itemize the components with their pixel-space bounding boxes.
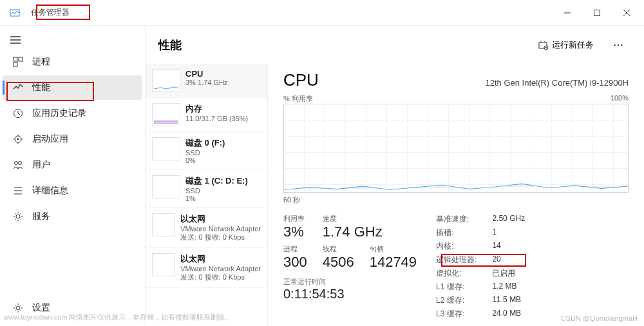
svg-point-24 [16,306,20,310]
svg-point-23 [16,215,20,218]
watermark-left: www.toymoban.com 网络图片仅供展示，非存储，如有侵权请联系删除。 [4,312,232,322]
sidebar-item-startup[interactable]: 启动应用 [3,127,142,151]
sidebar-item-performance[interactable]: 性能 [3,75,142,100]
uptime-v: 0:11:54:53 [283,287,417,302]
sidebar-item-label: 服务 [32,211,50,222]
max-pct: 100% [611,94,629,104]
base-l: 基准速度: [436,214,477,225]
perf-title: 磁盘 0 (F:) [185,137,225,149]
perf-list[interactable]: CPU 3% 1.74 GHz 内存 11.0/31.7 GB (35%) 磁盘… [146,64,268,326]
perf-thumb [152,103,180,126]
sidebar-item-label: 性能 [32,82,50,93]
content-area: 性能 运行新任务 ⋯ CPU 3% 1.74 GHz [145,26,644,326]
perf-info: 以太网 VMware Network Adapter 发送: 0 接收: 0 K… [180,253,261,282]
minimize-button[interactable] [553,3,582,23]
content-header: 性能 运行新任务 ⋯ [146,26,644,64]
svg-point-18 [15,162,18,165]
sidebar-item-processes[interactable]: 进程 [3,50,142,74]
perf-item-eth1[interactable]: 以太网 VMware Network Adapter 发送: 0 接收: 0 K… [146,248,267,288]
handle-l: 句柄 [370,244,417,254]
app-history-icon [13,108,23,119]
sidebar-item-label: 应用历史记录 [32,108,86,119]
perf-item-memory[interactable]: 内存 11.0/31.7 GB (35%) [146,98,267,132]
perf-info: 内存 11.0/31.7 GB (35%) [185,103,248,126]
perf-sub2: 发送: 0 接收: 0 Kbps [180,233,261,242]
run-task-icon [538,40,548,50]
perf-sub1: VMware Network Adapter [180,265,261,273]
x-axis-label: 60 秒 [283,195,629,205]
graph-labels: % 利用率 100% [283,94,629,104]
maximize-button[interactable] [582,3,612,23]
sockets-v: 1 [492,227,525,238]
cpu-graph [283,104,629,193]
users-icon [13,160,23,170]
titlebar: 任务管理器 [0,0,644,26]
perf-info: CPU 3% 1.74 GHz [185,69,227,92]
virt-v: 已启用 [492,268,525,279]
svg-rect-0 [10,10,19,16]
startup-icon [13,134,23,144]
big-stats: 利用率 3% 速度 1.74 GHz 进程 300 [283,214,417,271]
sidebar-item-label: 用户 [32,159,50,171]
perf-item-disk1[interactable]: 磁盘 1 (C: D: E:) SSD 1% [146,170,267,208]
details-icon [13,186,23,196]
content-body: CPU 3% 1.74 GHz 内存 11.0/31.7 GB (35%) 磁盘… [146,64,644,326]
sidebar: 进程 性能 应用历史记录 启动应用 用户 详细信息 服务 [0,26,145,326]
speed-l: 速度 [323,214,417,224]
run-task-button[interactable]: 运行新任务 [531,35,600,55]
logical-v: 20 [492,254,525,265]
services-icon [13,211,23,222]
sockets-l: 插槽: [436,227,477,238]
cpu-model: 12th Gen Intel(R) Core(TM) i9-12900H [485,78,629,88]
perf-sub1: SSD [185,187,248,195]
handle-v: 142749 [370,254,417,271]
svg-rect-10 [14,62,17,66]
sidebar-item-users[interactable]: 用户 [3,153,142,177]
perf-title: 磁盘 1 (C: D: E:) [185,175,248,187]
l3-l: L3 缓存: [436,309,477,320]
perf-sub1: SSD [185,149,225,157]
cpu-detail: CPU 12th Gen Intel(R) Core(TM) i9-12900H… [268,64,644,326]
util-v: 3% [283,224,307,240]
perf-sub2: 1% [185,195,248,202]
performance-icon [13,82,23,93]
app-icon [9,7,21,19]
sidebar-item-label: 进程 [32,56,50,68]
gear-icon [13,303,23,313]
sidebar-spacer [0,229,145,295]
svg-point-13 [17,139,19,140]
detail-title: CPU [283,70,319,90]
cores-l: 内核: [436,241,477,252]
perf-item-cpu[interactable]: CPU 3% 1.74 GHz [146,64,267,98]
perf-sub2: 发送: 0 接收: 0 Kbps [180,273,261,282]
main-layout: 进程 性能 应用历史记录 启动应用 用户 详细信息 服务 [0,26,644,326]
proc-v: 300 [283,254,307,271]
perf-info: 磁盘 1 (C: D: E:) SSD 1% [185,175,248,202]
more-options-button[interactable]: ⋯ [607,35,631,55]
perf-item-eth0[interactable]: 以太网 VMware Network Adapter 发送: 0 接收: 0 K… [146,208,267,248]
perf-thumb [152,175,180,198]
l2-l: L2 缓存: [436,295,477,306]
hamburger-button[interactable] [0,31,145,49]
svg-rect-2 [594,10,600,15]
virt-l: 虚拟化: [436,268,477,279]
perf-title: CPU [185,69,227,79]
perf-title: 内存 [185,103,248,115]
sidebar-item-services[interactable]: 服务 [3,204,142,229]
stats-row: 利用率 3% 速度 1.74 GHz 进程 300 [283,214,629,320]
sidebar-item-label: 启动应用 [32,133,68,145]
perf-item-disk0[interactable]: 磁盘 0 (F:) SSD 0% [146,132,267,170]
l3-v: 24.0 MB [492,309,525,320]
perf-thumb [152,213,175,236]
sidebar-item-label: 详细信息 [32,185,68,197]
run-task-label: 运行新任务 [552,39,594,51]
perf-thumb [152,137,180,160]
svg-rect-9 [19,57,23,61]
close-button[interactable] [612,3,641,23]
sidebar-item-details[interactable]: 详细信息 [3,178,142,203]
small-stats: 基准速度:2.50 GHz 插槽:1 内核:14 逻辑处理器:20 虚拟化:已启… [436,214,525,320]
perf-title: 以太网 [180,253,261,265]
big-stats-block: 利用率 3% 速度 1.74 GHz 进程 300 [283,214,417,320]
speed-v: 1.74 GHz [323,224,417,240]
sidebar-item-app-history[interactable]: 应用历史记录 [3,101,142,126]
